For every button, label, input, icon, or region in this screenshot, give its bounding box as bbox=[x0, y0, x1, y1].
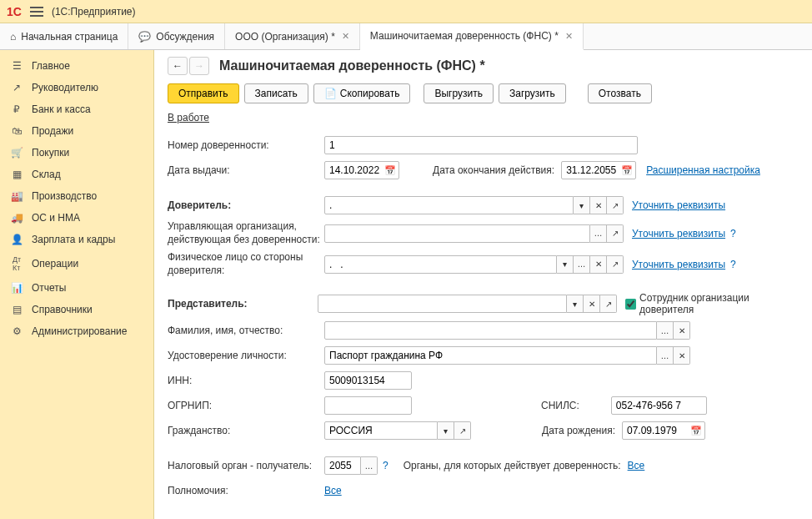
clear-button[interactable]: ✕ bbox=[590, 255, 607, 274]
status-link[interactable]: В работе bbox=[168, 112, 209, 123]
dropdown-button[interactable]: ▾ bbox=[567, 295, 584, 313]
open-button[interactable]: ↗ bbox=[600, 295, 617, 313]
forward-button[interactable]: → bbox=[189, 57, 209, 75]
open-button[interactable]: ↗ bbox=[607, 224, 624, 243]
help-icon[interactable]: ? bbox=[730, 259, 736, 270]
report-icon: 📊 bbox=[10, 282, 23, 294]
sidebar-item-purchases[interactable]: 🛒Покупки bbox=[0, 142, 153, 164]
sidebar-item-assets[interactable]: 🚚ОС и НМА bbox=[0, 207, 153, 229]
send-button[interactable]: Отправить bbox=[168, 83, 239, 103]
extended-settings-link[interactable]: Расширенная настройка bbox=[646, 164, 760, 176]
export-button[interactable]: Выгрузить bbox=[424, 83, 494, 103]
bag-icon: 🛍 bbox=[10, 125, 23, 137]
employee-checkbox-wrap[interactable]: Сотрудник организации доверителя bbox=[625, 292, 799, 315]
sidebar-item-main[interactable]: ☰Главное bbox=[0, 55, 153, 77]
sidebar-item-warehouse[interactable]: ▦Склад bbox=[0, 164, 153, 185]
citizenship-input[interactable] bbox=[324, 421, 438, 440]
principal-label: Доверитель: bbox=[168, 199, 324, 211]
sidebar-item-salary[interactable]: 👤Зарплата и кадры bbox=[0, 229, 153, 250]
ogrnip-input[interactable] bbox=[324, 396, 412, 415]
authorities-all-link[interactable]: Все bbox=[628, 460, 645, 471]
app-logo: 1С bbox=[7, 5, 22, 18]
title-bar: 1С (1С:Предприятие) bbox=[0, 0, 812, 23]
copy-button[interactable]: 📄Скопировать bbox=[313, 83, 411, 103]
clarify-link[interactable]: Уточнить реквизиты bbox=[632, 199, 725, 211]
sidebar-item-admin[interactable]: ⚙Администрирование bbox=[0, 320, 153, 342]
inn-input[interactable] bbox=[324, 371, 412, 390]
menu-icon: ☰ bbox=[10, 60, 23, 72]
help-icon[interactable]: ? bbox=[730, 228, 736, 239]
sidebar-item-operations[interactable]: ДтКтОперации bbox=[0, 250, 153, 277]
open-button[interactable]: ↗ bbox=[607, 196, 624, 214]
sidebar-item-manager[interactable]: ↗Руководителю bbox=[0, 77, 153, 98]
ruble-icon: ₽ bbox=[10, 103, 23, 115]
open-button[interactable]: ↗ bbox=[607, 255, 624, 274]
representative-input[interactable] bbox=[318, 295, 567, 313]
help-icon[interactable]: ? bbox=[383, 460, 388, 471]
chat-icon: 💬 bbox=[138, 31, 151, 43]
sidebar-item-bank[interactable]: ₽Банк и касса bbox=[0, 98, 153, 120]
snils-label: СНИЛС: bbox=[541, 400, 579, 411]
tax-authority-label: Налоговый орган - получатель: bbox=[168, 460, 324, 471]
ogrnip-label: ОГРНИП: bbox=[168, 400, 324, 411]
select-button[interactable]: … bbox=[574, 255, 590, 274]
sidebar-item-sales[interactable]: 🛍Продажи bbox=[0, 120, 153, 142]
sidebar-item-reports[interactable]: 📊Отчеты bbox=[0, 277, 153, 299]
tab-org[interactable]: ООО (Организация) * ✕ bbox=[225, 23, 360, 49]
fio-input[interactable] bbox=[324, 321, 657, 340]
select-button[interactable]: … bbox=[590, 224, 607, 243]
powers-all-link[interactable]: Все bbox=[324, 485, 342, 496]
select-button[interactable]: … bbox=[657, 346, 674, 365]
principal-input[interactable] bbox=[324, 196, 574, 214]
copy-icon: 📄 bbox=[324, 88, 337, 99]
clear-button[interactable]: ✕ bbox=[590, 196, 607, 214]
hamburger-icon[interactable] bbox=[30, 7, 43, 17]
home-icon: ⌂ bbox=[10, 31, 16, 43]
issue-date-input[interactable] bbox=[324, 161, 399, 179]
clear-button[interactable]: ✕ bbox=[674, 321, 690, 340]
number-input[interactable] bbox=[324, 136, 638, 154]
tab-bar: ⌂ Начальная страница 💬 Обсуждения ООО (О… bbox=[0, 23, 812, 50]
dropdown-button[interactable]: ▾ bbox=[438, 421, 454, 440]
open-button[interactable]: ↗ bbox=[454, 421, 471, 440]
clarify-link[interactable]: Уточнить реквизиты bbox=[632, 259, 725, 270]
authorities-for-label: Органы, для которых действует довереннос… bbox=[403, 460, 621, 471]
tab-discussions[interactable]: 💬 Обсуждения bbox=[128, 23, 225, 49]
tab-poa[interactable]: Машиночитаемая доверенность (ФНС) * ✕ bbox=[360, 23, 584, 50]
number-label: Номер доверенности: bbox=[168, 139, 324, 151]
dropdown-button[interactable]: ▾ bbox=[557, 255, 574, 274]
sidebar-item-production[interactable]: 🏭Производство bbox=[0, 185, 153, 207]
clear-button[interactable]: ✕ bbox=[584, 295, 600, 313]
clarify-link[interactable]: Уточнить реквизиты bbox=[632, 228, 725, 239]
principal-person-label: Физическое лицо со стороны доверителя: bbox=[168, 251, 324, 277]
close-icon[interactable]: ✕ bbox=[342, 31, 349, 42]
employee-checkbox[interactable] bbox=[625, 299, 636, 310]
end-date-input[interactable] bbox=[561, 161, 636, 179]
truck-icon: 🚚 bbox=[10, 212, 23, 224]
import-button[interactable]: Загрузить bbox=[499, 83, 566, 103]
dropdown-button[interactable]: ▾ bbox=[574, 196, 590, 214]
id-doc-label: Удостоверение личности: bbox=[168, 350, 324, 361]
book-icon: ▤ bbox=[10, 304, 23, 315]
revoke-button[interactable]: Отозвать bbox=[588, 83, 652, 103]
save-button[interactable]: Записать bbox=[244, 83, 308, 103]
birth-date-input[interactable] bbox=[622, 421, 705, 440]
page-title: Машиночитаемая доверенность (ФНС) * bbox=[219, 58, 485, 73]
managing-org-input[interactable] bbox=[324, 224, 590, 243]
fio-label: Фамилия, имя, отчество: bbox=[168, 325, 324, 336]
sidebar-item-catalogs[interactable]: ▤Справочники bbox=[0, 299, 153, 320]
id-doc-input[interactable] bbox=[324, 346, 657, 365]
clear-button[interactable]: ✕ bbox=[674, 346, 690, 365]
citizenship-label: Гражданство: bbox=[168, 425, 324, 436]
select-button[interactable]: … bbox=[361, 456, 378, 475]
chart-icon: ↗ bbox=[10, 82, 23, 93]
principal-person-input[interactable] bbox=[324, 255, 557, 274]
tax-authority-input[interactable] bbox=[324, 456, 361, 475]
snils-input[interactable] bbox=[611, 396, 707, 415]
close-icon[interactable]: ✕ bbox=[565, 31, 573, 42]
select-button[interactable]: … bbox=[657, 321, 674, 340]
tab-home[interactable]: ⌂ Начальная страница bbox=[0, 23, 128, 49]
back-button[interactable]: ← bbox=[168, 57, 188, 75]
sidebar: ☰Главное ↗Руководителю ₽Банк и касса 🛍Пр… bbox=[0, 50, 154, 519]
boxes-icon: ▦ bbox=[10, 169, 23, 180]
